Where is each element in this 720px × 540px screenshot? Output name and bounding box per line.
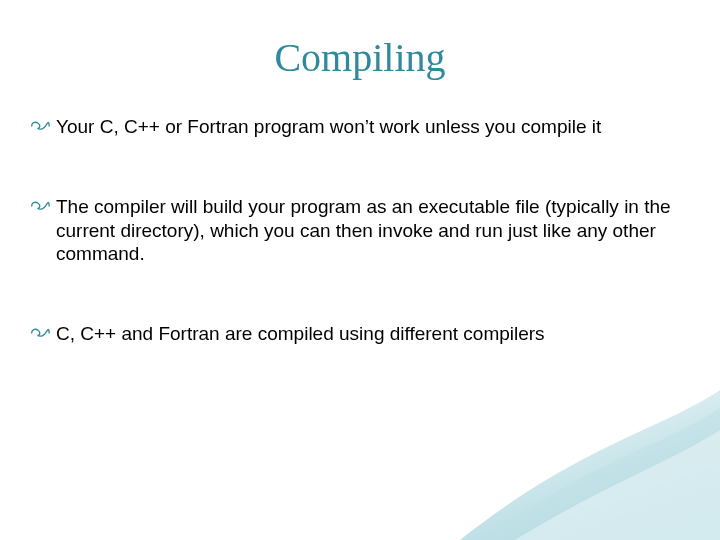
bullet-item: C, C++ and Fortran are compiled using di… — [30, 322, 692, 346]
bullet-item: Your C, C++ or Fortran program won’t wor… — [30, 115, 692, 139]
slide: Compiling Your C, C++ or Fortran program… — [0, 0, 720, 540]
swirl-icon — [30, 119, 50, 133]
bullet-text: C, C++ and Fortran are compiled using di… — [56, 323, 545, 344]
bullet-item: The compiler will build your program as … — [30, 195, 692, 266]
bullet-text: The compiler will build your program as … — [56, 196, 671, 265]
corner-decoration — [460, 390, 720, 540]
bullet-list: Your C, C++ or Fortran program won’t wor… — [28, 115, 692, 346]
bullet-text: Your C, C++ or Fortran program won’t wor… — [56, 116, 601, 137]
swirl-icon — [30, 199, 50, 213]
swirl-icon — [30, 326, 50, 340]
slide-title: Compiling — [28, 34, 692, 81]
